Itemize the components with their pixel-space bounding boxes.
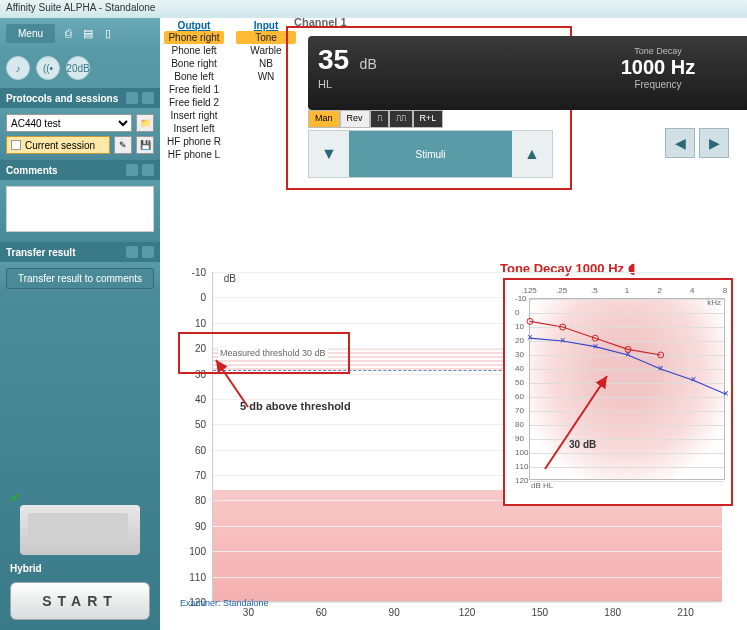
y-axis-label: dB <box>224 273 236 284</box>
tool-speech-icon[interactable]: ((• <box>36 56 60 80</box>
session-checkbox[interactable] <box>11 140 21 150</box>
stimuli-button[interactable]: Stimuli <box>349 131 512 177</box>
y-tick-label: 0 <box>200 292 206 303</box>
output-item[interactable]: Free field 1 <box>164 83 224 96</box>
y-tick-label: 80 <box>195 495 206 506</box>
menu-button[interactable]: Menu <box>6 24 55 43</box>
panel-collapse-icon[interactable] <box>126 92 138 104</box>
print-icon[interactable]: ⎙ <box>61 26 75 40</box>
inset-y-tick: 70 <box>515 406 524 415</box>
protocols-header-label: Protocols and sessions <box>6 93 118 104</box>
output-item[interactable]: HF phone R <box>164 135 224 148</box>
inset-y-tick: 10 <box>515 322 524 331</box>
x-tick-label: 30 <box>243 607 254 618</box>
sidebar: Menu ⎙ ▤ ▯ ♪ ((• 20dB Protocols and sess… <box>0 18 160 630</box>
x-tick-label: 210 <box>677 607 694 618</box>
inset-y-tick: 80 <box>515 420 524 429</box>
current-session-box[interactable]: Current session <box>6 136 110 154</box>
transfer-header-label: Transfer result <box>6 247 75 258</box>
above-threshold-label: 5 db above threshold <box>240 400 351 412</box>
inset-y-tick: 120 <box>515 476 528 485</box>
stimuli-up-button[interactable]: ▲ <box>512 130 552 178</box>
protocol-select[interactable]: AC440 test <box>6 114 132 132</box>
protocol-open-icon[interactable]: 📁 <box>136 114 154 132</box>
output-item[interactable]: Phone left <box>164 44 224 57</box>
panel-close-icon[interactable] <box>142 246 154 258</box>
output-item[interactable]: Free field 2 <box>164 96 224 109</box>
level-sublabel: HL <box>318 78 418 90</box>
nav-next-button[interactable]: ▶ <box>699 128 729 158</box>
indicator[interactable]: Rev <box>340 110 370 128</box>
y-tick-label: 100 <box>189 546 206 557</box>
inset-x-tick: .25 <box>556 286 567 295</box>
transfer-button[interactable]: Transfer result to comments <box>6 268 154 289</box>
inset-y-tick: -10 <box>515 294 527 303</box>
inset-arrow-icon <box>535 364 615 474</box>
output-item[interactable]: Insert left <box>164 122 224 135</box>
comments-header-label: Comments <box>6 165 58 176</box>
comments-input[interactable] <box>6 186 154 232</box>
panel-collapse-icon[interactable] <box>126 164 138 176</box>
session-new-icon[interactable]: ✎ <box>114 136 132 154</box>
stimuli-row: ▼ Stimuli ▲ <box>308 130 553 178</box>
inset-chart: ××××××× kHz dB HL 30 dB .125.25.51248-10… <box>503 278 733 506</box>
output-item[interactable]: Bone right <box>164 57 224 70</box>
stimuli-down-button[interactable]: ▼ <box>309 130 349 178</box>
panel-collapse-icon[interactable] <box>126 246 138 258</box>
session-save-icon[interactable]: 💾 <box>136 136 154 154</box>
svg-line-13 <box>545 376 607 469</box>
indicator[interactable]: ⎍ <box>370 110 389 128</box>
save-icon[interactable]: ▤ <box>81 26 95 40</box>
indicator[interactable]: ⎍⎍ <box>389 110 413 128</box>
y-tick-label: 40 <box>195 393 206 404</box>
inset-x-tick: 4 <box>690 286 694 295</box>
start-button[interactable]: START <box>10 582 150 620</box>
hybrid-check-icon: ✔ <box>10 489 170 505</box>
x-tick-label: 90 <box>389 607 400 618</box>
tool-tone-icon[interactable]: ♪ <box>6 56 30 80</box>
inset-y-tick: 40 <box>515 364 524 373</box>
chart-area: Tone Decay 1000 Hz ◖ -100102030405060708… <box>160 198 747 610</box>
inset-y-tick: 20 <box>515 336 524 345</box>
freq-title: Tone Decay <box>428 46 747 56</box>
current-session-label: Current session <box>25 140 95 151</box>
x-tick-label: 180 <box>604 607 621 618</box>
level-value: 35 <box>318 44 349 76</box>
y-tick-label: 110 <box>189 571 206 582</box>
inset-y-tick: 30 <box>515 350 524 359</box>
comments-header: Comments <box>0 160 160 180</box>
transfer-header: Transfer result <box>0 242 160 262</box>
panel-close-icon[interactable] <box>142 164 154 176</box>
output-item[interactable]: Bone left <box>164 70 224 83</box>
nav-prev-button[interactable]: ◀ <box>665 128 695 158</box>
panel-close-icon[interactable] <box>142 92 154 104</box>
freq-sublabel: Frequency <box>428 79 747 90</box>
x-tick-label: 120 <box>459 607 476 618</box>
indicator[interactable]: Man <box>308 110 340 128</box>
channel-panel: 35 dB HL Tone Decay 1000 Hz Frequency <box>308 36 747 110</box>
y-tick-label: -10 <box>192 267 206 278</box>
device-icon[interactable]: ▯ <box>101 26 115 40</box>
inset-y-tick: 60 <box>515 392 524 401</box>
tool-20db-icon[interactable]: 20dB <box>66 56 90 80</box>
inset-x-tick: 2 <box>657 286 661 295</box>
protocols-header: Protocols and sessions <box>0 88 160 108</box>
titlebar: Affinity Suite ALPHA - Standalone <box>0 0 747 18</box>
inset-y-tick: 100 <box>515 448 528 457</box>
output-item[interactable]: HF phone L <box>164 148 224 161</box>
main-area: Output Phone rightPhone leftBone rightBo… <box>160 18 747 630</box>
output-item[interactable]: Insert right <box>164 109 224 122</box>
footer-examiner: Examiner: Standalone <box>180 598 269 608</box>
device-image <box>20 505 140 555</box>
freq-value: 1000 Hz <box>428 56 747 79</box>
output-item[interactable]: Phone right <box>164 31 224 44</box>
y-tick-label: 70 <box>195 470 206 481</box>
indicator[interactable]: R+L <box>413 110 444 128</box>
x-tick-label: 60 <box>316 607 327 618</box>
inset-x-tick: 1 <box>625 286 629 295</box>
inset-y-tick: 90 <box>515 434 524 443</box>
inset-y-tick: 0 <box>515 308 519 317</box>
y-tick-label: 90 <box>195 520 206 531</box>
inset-yunit: dB HL <box>531 481 553 490</box>
inset-y-tick: 50 <box>515 378 524 387</box>
